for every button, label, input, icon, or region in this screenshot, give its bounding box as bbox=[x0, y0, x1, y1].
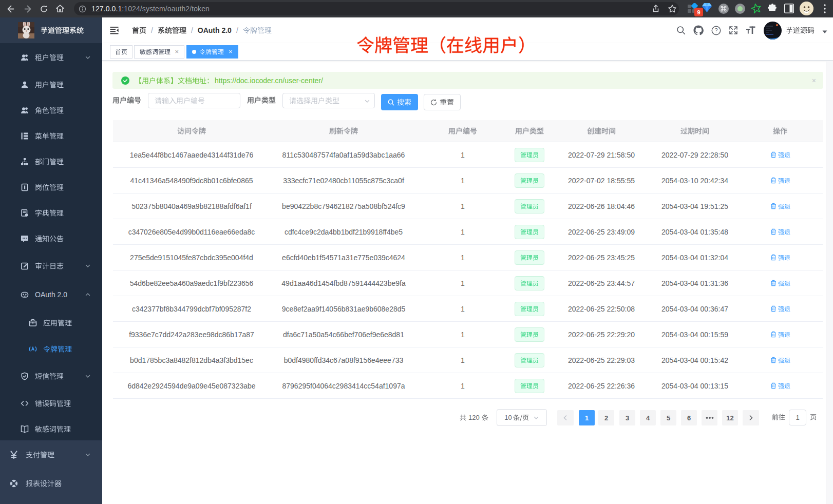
svg-text:?: ? bbox=[714, 27, 717, 33]
